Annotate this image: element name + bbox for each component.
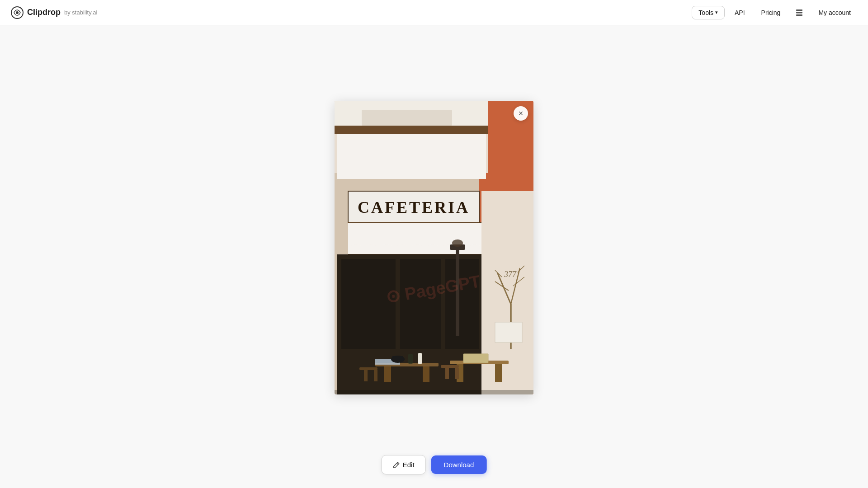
tools-label: Tools (698, 9, 713, 16)
svg-point-33 (452, 239, 463, 247)
svg-point-1 (16, 11, 19, 14)
svg-rect-4 (796, 14, 802, 16)
tools-button[interactable]: Tools ▾ (692, 6, 725, 19)
svg-rect-54 (495, 364, 502, 382)
svg-rect-58 (374, 370, 377, 381)
logo: Clipdrop by stability.ai (11, 6, 97, 19)
download-label: Download (444, 461, 474, 469)
svg-text:CAFETERIA: CAFETERIA (358, 198, 470, 216)
nav-links: Tools ▾ API Pricing My account (692, 5, 857, 20)
clipdrop-logo-icon (11, 6, 24, 19)
my-account-link[interactable]: My account (812, 6, 857, 19)
api-link[interactable]: API (728, 6, 751, 19)
svg-rect-45 (384, 366, 391, 382)
edit-label: Edit (403, 461, 415, 469)
svg-rect-59 (441, 365, 459, 368)
svg-rect-43 (495, 322, 522, 343)
brand-name: Clipdrop (27, 8, 61, 17)
svg-rect-61 (455, 368, 459, 379)
close-button[interactable]: × (514, 106, 528, 121)
svg-point-17 (363, 244, 379, 255)
svg-point-18 (379, 244, 394, 255)
svg-rect-48 (418, 353, 422, 364)
pricing-link[interactable]: Pricing (755, 6, 787, 19)
svg-point-20 (410, 244, 425, 255)
svg-rect-60 (445, 368, 449, 379)
main-content: CAFETERIA (0, 25, 868, 488)
svg-rect-62 (335, 390, 533, 394)
svg-rect-11 (337, 134, 486, 179)
svg-point-24 (467, 244, 482, 255)
svg-rect-56 (359, 367, 377, 370)
svg-rect-29 (400, 259, 441, 349)
edit-button[interactable]: Edit (382, 455, 426, 474)
svg-rect-51 (392, 356, 403, 361)
image-container: CAFETERIA (335, 101, 533, 394)
svg-rect-57 (364, 370, 368, 381)
brand-subtitle: by stability.ai (64, 9, 97, 16)
svg-rect-49 (408, 354, 413, 364)
svg-rect-10 (335, 126, 488, 134)
svg-text:377: 377 (504, 270, 517, 279)
cafeteria-image: CAFETERIA (335, 101, 533, 394)
svg-rect-55 (463, 354, 488, 363)
edit-icon (393, 461, 400, 469)
svg-rect-3 (796, 12, 802, 13)
chevron-down-icon: ▾ (715, 9, 718, 15)
svg-rect-2 (796, 9, 802, 11)
close-icon: × (519, 109, 524, 118)
layers-icon-button[interactable] (790, 5, 808, 20)
svg-point-21 (425, 244, 440, 255)
layers-icon (795, 8, 804, 17)
download-button[interactable]: Download (431, 455, 487, 474)
svg-point-19 (394, 244, 410, 255)
svg-rect-46 (423, 366, 429, 382)
action-bar: Edit Download (382, 455, 487, 474)
svg-point-16 (348, 244, 363, 255)
navbar: Clipdrop by stability.ai Tools ▾ API Pri… (0, 0, 868, 25)
svg-rect-9 (362, 110, 452, 126)
